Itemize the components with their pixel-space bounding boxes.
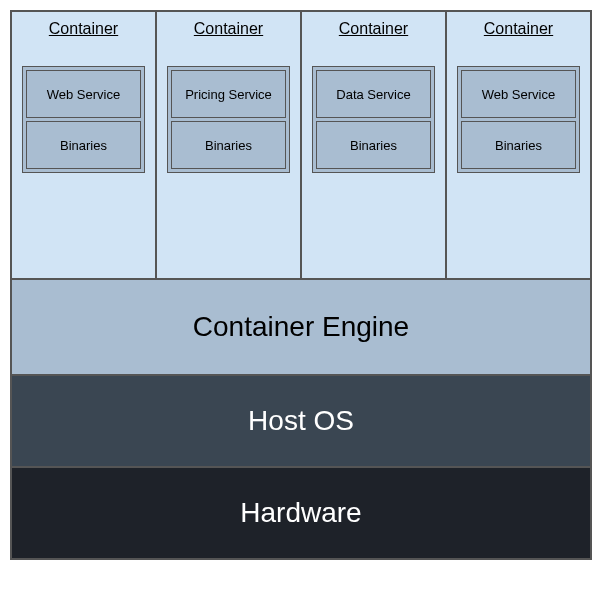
container-title: Container	[49, 20, 118, 38]
container-inner-box: Web Service Binaries	[457, 66, 580, 173]
binaries-cell: Binaries	[316, 121, 431, 169]
container-inner-box: Data Service Binaries	[312, 66, 435, 173]
container-architecture-diagram: Container Web Service Binaries Container…	[10, 10, 592, 560]
service-cell: Pricing Service	[171, 70, 286, 118]
container-box-3: Container Web Service Binaries	[446, 11, 591, 279]
service-cell: Web Service	[461, 70, 576, 118]
service-cell: Web Service	[26, 70, 141, 118]
service-cell: Data Service	[316, 70, 431, 118]
binaries-cell: Binaries	[171, 121, 286, 169]
layer-container-engine: Container Engine	[11, 279, 591, 375]
layer-hardware: Hardware	[11, 467, 591, 559]
container-box-2: Container Data Service Binaries	[301, 11, 446, 279]
container-title: Container	[339, 20, 408, 38]
container-box-0: Container Web Service Binaries	[11, 11, 156, 279]
layer-host-os: Host OS	[11, 375, 591, 467]
container-inner-box: Pricing Service Binaries	[167, 66, 290, 173]
binaries-cell: Binaries	[26, 121, 141, 169]
binaries-cell: Binaries	[461, 121, 576, 169]
container-inner-box: Web Service Binaries	[22, 66, 145, 173]
container-title: Container	[194, 20, 263, 38]
container-box-1: Container Pricing Service Binaries	[156, 11, 301, 279]
containers-row: Container Web Service Binaries Container…	[11, 11, 591, 279]
container-title: Container	[484, 20, 553, 38]
